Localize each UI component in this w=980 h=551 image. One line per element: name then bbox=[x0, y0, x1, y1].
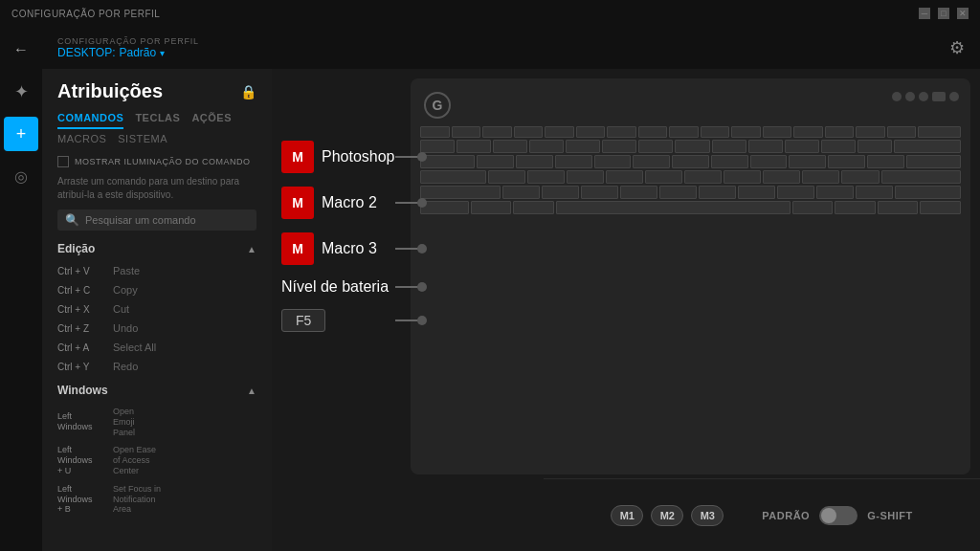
left-panel: Atribuições 🔒 COMANDOS TECLAS AÇÕES MACR… bbox=[42, 69, 272, 551]
toggle-switch[interactable] bbox=[819, 506, 858, 525]
search-row[interactable]: 🔍 bbox=[57, 209, 256, 231]
window-title: CONFIGURAÇÃO POR PERFIL bbox=[11, 9, 160, 19]
dot-1 bbox=[417, 152, 427, 162]
table-row: LeftWindows+ U Open Easeof AccessCenter bbox=[57, 441, 256, 479]
config-label: CONFIGURAÇÃO POR PERFIL bbox=[57, 36, 199, 46]
dot-2 bbox=[417, 198, 427, 208]
chevron-up-icon: ▲ bbox=[247, 244, 256, 254]
minimize-button[interactable]: ─ bbox=[919, 8, 930, 19]
m3-button[interactable]: M3 bbox=[691, 505, 724, 526]
f5-badge: F5 bbox=[281, 309, 325, 332]
subtab-macros[interactable]: MACROS bbox=[57, 133, 106, 144]
keyboard-keys bbox=[420, 126, 961, 216]
tab-acoes[interactable]: AÇÕES bbox=[191, 112, 232, 129]
top-bar-left: CONFIGURAÇÃO POR PERFIL DESKTOP: Padrão … bbox=[57, 36, 199, 59]
m2-button[interactable]: M2 bbox=[651, 505, 683, 526]
window-chrome: CONFIGURAÇÃO POR PERFIL ─ □ ✕ bbox=[0, 0, 980, 27]
tab-comandos[interactable]: COMANDOS bbox=[57, 112, 123, 129]
desktop-text: DESKTOP: bbox=[57, 46, 115, 59]
list-item[interactable]: M Macro 3 bbox=[281, 232, 395, 265]
section-edição-title: Edição bbox=[57, 242, 95, 255]
toggle-row: PADRÃO G-SHIFT bbox=[762, 506, 912, 525]
keyboard-background: G bbox=[411, 78, 970, 474]
window-controls: ─ □ ✕ bbox=[919, 8, 969, 19]
photoshop-label: Photoshop bbox=[322, 148, 395, 165]
subtab-sistema[interactable]: SISTEMA bbox=[118, 133, 167, 144]
checkbox-label: MOSTRAR ILUMINAÇÃO DO COMANDO bbox=[75, 157, 251, 166]
checkbox[interactable] bbox=[57, 156, 69, 167]
gear-icon[interactable]: ⚙ bbox=[949, 37, 965, 58]
table-row: Ctrl + C Copy bbox=[57, 280, 256, 299]
dot-5 bbox=[417, 316, 427, 325]
table-row: Ctrl + V Paste bbox=[57, 261, 256, 280]
dot-3 bbox=[417, 244, 427, 253]
bottom-bar: M1 M2 M3 PADRÃO G-SHIFT bbox=[544, 478, 980, 551]
list-item[interactable]: M Photoshop bbox=[281, 141, 395, 173]
table-row: LeftWindows+ B Set Focus inNotificationA… bbox=[57, 480, 256, 518]
section-edição[interactable]: Edição ▲ bbox=[57, 242, 256, 255]
panel-title-row: Atribuições 🔒 bbox=[57, 80, 256, 102]
table-row: Ctrl + X Cut bbox=[57, 299, 256, 319]
photoshop-icon: M bbox=[281, 141, 314, 173]
close-button[interactable]: ✕ bbox=[957, 8, 969, 19]
list-item[interactable]: F5 bbox=[281, 309, 395, 332]
panel-title: Atribuições bbox=[57, 80, 163, 102]
list-item[interactable]: M Macro 2 bbox=[281, 187, 395, 219]
tabs-row: COMANDOS TECLAS AÇÕES bbox=[57, 112, 256, 129]
table-row: Ctrl + A Select All bbox=[57, 338, 256, 357]
main-content: G bbox=[272, 69, 980, 551]
sidebar-icons: ← ✦ + ◎ bbox=[0, 27, 42, 551]
macro3-label: Macro 3 bbox=[322, 240, 377, 257]
macro3-icon: M bbox=[281, 232, 314, 265]
maximize-button[interactable]: □ bbox=[938, 8, 949, 19]
toggle-knob bbox=[821, 508, 836, 523]
lock-icon: 🔒 bbox=[240, 84, 256, 99]
top-bar: CONFIGURAÇÃO POR PERFIL DESKTOP: Padrão … bbox=[42, 27, 980, 69]
section-windows[interactable]: Windows ▲ bbox=[57, 384, 256, 397]
tab-teclas[interactable]: TECLAS bbox=[135, 112, 180, 129]
macro2-label: Macro 2 bbox=[322, 194, 377, 211]
search-input[interactable] bbox=[85, 214, 249, 226]
subtabs-row: MACROS SISTEMA bbox=[57, 133, 256, 144]
table-row: Ctrl + Y Redo bbox=[57, 357, 256, 376]
desktop-value: Padrão bbox=[119, 46, 156, 59]
macro2-icon: M bbox=[281, 187, 314, 219]
table-row: Ctrl + Z Undo bbox=[57, 319, 256, 338]
dot-4 bbox=[417, 282, 427, 292]
m-buttons: M1 M2 M3 bbox=[611, 505, 724, 526]
padrão-label: PADRÃO bbox=[762, 510, 810, 521]
key-ctrl-v: Ctrl + V bbox=[57, 266, 105, 276]
profile-list: M Photoshop M Macro 2 M Macro 3 Nível de… bbox=[281, 141, 395, 332]
chevron-up-icon-2: ▲ bbox=[247, 386, 256, 396]
sidebar-brightness[interactable]: ✦ bbox=[4, 75, 38, 109]
table-row: LeftWindows OpenEmojiPanel bbox=[57, 403, 256, 441]
section-windows-title: Windows bbox=[57, 384, 108, 397]
drag-description: Arraste um comando para um destino para … bbox=[57, 175, 256, 202]
sidebar-target[interactable]: ◎ bbox=[4, 159, 38, 193]
windows-commands: LeftWindows OpenEmojiPanel LeftWindows+ … bbox=[57, 403, 256, 518]
list-item[interactable]: Nível de bateria bbox=[281, 278, 395, 296]
search-icon: 🔍 bbox=[65, 213, 79, 227]
desktop-label[interactable]: DESKTOP: Padrão ▾ bbox=[57, 46, 199, 59]
m1-button[interactable]: M1 bbox=[611, 505, 643, 526]
sidebar-assignments[interactable]: + bbox=[4, 117, 38, 151]
logitech-logo: G bbox=[424, 92, 451, 119]
chevron-down-icon: ▾ bbox=[160, 48, 165, 58]
keyboard-top-controls bbox=[892, 92, 959, 101]
checkbox-row[interactable]: MOSTRAR ILUMINAÇÃO DO COMANDO bbox=[57, 156, 256, 167]
battery-label: Nível de bateria bbox=[281, 278, 389, 296]
edição-commands: Ctrl + V Paste Ctrl + C Copy Ctrl + X Cu… bbox=[57, 261, 256, 376]
back-button[interactable]: ← bbox=[4, 36, 38, 63]
g-shift-label: G-SHIFT bbox=[867, 510, 913, 521]
